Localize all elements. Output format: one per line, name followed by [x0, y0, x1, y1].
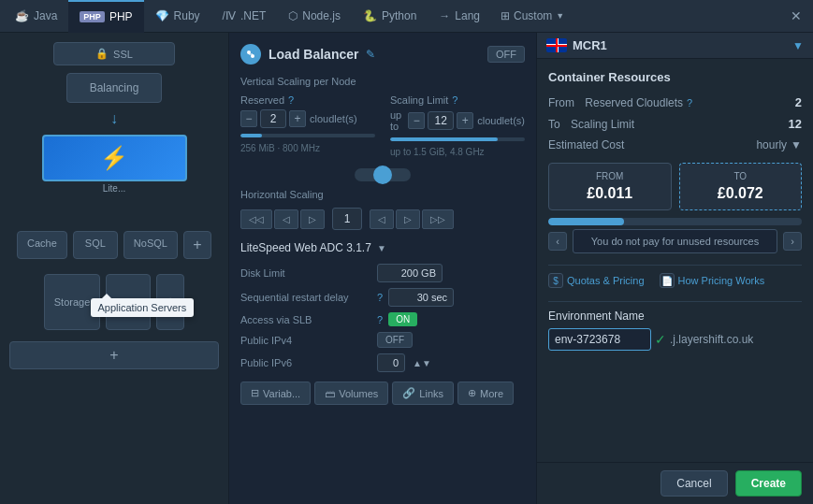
price-free-text: You do not pay for unused resources — [573, 229, 777, 253]
nodejs-icon: ⬡ — [288, 9, 298, 22]
from-price-value: £0.011 — [557, 185, 663, 202]
reserved-increment[interactable]: + — [289, 110, 306, 127]
links-row: $ Quotas & Pricing 📄 How Pricing Works — [548, 273, 802, 288]
ssl-button[interactable]: 🔒 SSL — [53, 42, 175, 65]
container-resources-title: Container Resources — [548, 70, 802, 84]
horiz-left-buttons: ◁◁ ◁ ▷ — [240, 209, 325, 229]
balancing-box[interactable]: Balancing — [66, 73, 163, 103]
price-cards: FROM £0.011 TO £0.072 — [548, 163, 802, 210]
scaling-limit-value[interactable]: 12 — [428, 111, 454, 130]
scaling-limit-unit: cloudlet(s) — [477, 115, 525, 126]
horiz-btn-5[interactable]: ▷ — [396, 209, 420, 229]
horiz-btn-6[interactable]: ▷▷ — [422, 209, 454, 229]
tab-python[interactable]: 🐍 Python — [352, 0, 428, 33]
scaling-slider-row — [240, 168, 525, 181]
nodes-row: Cache SQL NoSQL + — [9, 231, 219, 259]
app-server-sublabel: Lite... — [42, 183, 187, 194]
from-price-card: FROM £0.011 — [548, 163, 672, 210]
reserved-mem-range: 256 MiB · 800 MHz — [240, 143, 375, 153]
java-icon: ☕ — [15, 9, 29, 22]
reserved-cloudlets-label: From Reserved Cloudlets ? — [548, 96, 692, 109]
horiz-btn-3[interactable]: ▷ — [300, 209, 325, 229]
reserved-info-icon[interactable]: ? — [288, 94, 294, 106]
cache-node-btn[interactable]: Cache — [17, 231, 67, 259]
volumes-button[interactable]: 🗃 Volumes — [314, 382, 388, 405]
tab-java[interactable]: ☕ Java — [4, 0, 68, 33]
disk-limit-value: 200 GB — [377, 264, 443, 282]
env-name-input[interactable] — [548, 328, 651, 351]
scaling-mem-range: up to 1.5 GiB, 4.8 GHz — [390, 147, 525, 157]
variables-button[interactable]: ⊟ Variab... — [240, 382, 311, 405]
access-slb-toggle[interactable]: ON — [388, 312, 417, 326]
nosql-node-btn[interactable]: NoSQL — [123, 231, 178, 259]
access-slb-info-icon[interactable]: ? — [377, 314, 383, 325]
uk-flag-icon — [546, 38, 567, 52]
pricing-icon: 📄 — [660, 273, 675, 288]
quotas-link[interactable]: $ Quotas & Pricing — [548, 273, 645, 288]
horiz-btn-4[interactable]: ◁ — [370, 209, 394, 229]
public-ipv6-label: Public IPv6 — [240, 357, 371, 368]
create-button[interactable]: Create — [735, 470, 802, 497]
tab-php[interactable]: PHP PHP — [68, 0, 143, 33]
app-server-box[interactable]: ⚡ — [42, 135, 187, 181]
pricing-works-link[interactable]: 📄 How Pricing Works — [660, 273, 765, 288]
scaling-decrement[interactable]: − — [408, 112, 425, 129]
cancel-button[interactable]: Cancel — [661, 470, 727, 497]
region-dropdown-icon[interactable]: ▼ — [792, 39, 804, 52]
right-content: Container Resources From Reserved Cloudl… — [537, 59, 813, 462]
right-scaling-limit-label: To Scaling Limit — [548, 118, 634, 131]
links-button[interactable]: 🔗 Links — [392, 382, 454, 405]
region-bar: MCR1 ▼ — [537, 33, 813, 59]
public-ipv4-row: Public IPv4 OFF — [240, 332, 525, 348]
estimated-cost-row: Estimated Cost hourly ▼ — [548, 138, 802, 151]
lb-title: Load Balancer — [269, 47, 358, 62]
tab-nodejs[interactable]: ⬡ Node.js — [277, 0, 352, 33]
engine-dropdown-icon[interactable]: ▼ — [377, 243, 386, 253]
slider-thumb — [373, 166, 392, 184]
ruby-icon: 💎 — [155, 9, 169, 22]
to-price-value: £0.072 — [688, 185, 794, 202]
close-button[interactable]: ✕ — [783, 8, 809, 23]
horiz-btn-2[interactable]: ◁ — [274, 209, 298, 229]
scaling-limit-info-icon[interactable]: ? — [452, 94, 457, 106]
access-slb-label: Access via SLB — [240, 314, 371, 325]
cost-period-selector[interactable]: hourly ▼ — [756, 138, 802, 151]
more-button[interactable]: ⊕ More — [457, 382, 514, 405]
public-ipv4-label: Public IPv4 — [240, 335, 371, 346]
tab-ruby[interactable]: 💎 Ruby — [144, 0, 211, 33]
tab-custom[interactable]: ⊞ Custom ▼ — [491, 0, 573, 33]
restart-delay-value: 30 sec — [388, 288, 454, 307]
bottom-action-buttons: ⊟ Variab... 🗃 Volumes 🔗 Links ⊕ More — [240, 382, 525, 405]
horiz-btn-1[interactable]: ◁◁ — [240, 209, 272, 229]
price-prev-button[interactable]: ‹ — [548, 232, 567, 251]
tab-bar: ☕ Java PHP PHP 💎 Ruby /Ⅳ .NET ⬡ Node.js … — [0, 0, 813, 33]
add-node-button[interactable]: + — [183, 231, 211, 259]
reserved-decrement[interactable]: − — [240, 110, 257, 127]
price-next-button[interactable]: › — [783, 232, 802, 251]
scaling-increment[interactable]: + — [457, 112, 473, 129]
quotas-icon: $ — [548, 273, 563, 288]
horizontal-scaling-label: Horizontal Scaling — [240, 189, 525, 200]
middle-panel: Load Balancer ✎ OFF Vertical Scaling per… — [229, 33, 537, 504]
tab-net[interactable]: /Ⅳ .NET — [211, 0, 278, 33]
python-icon: 🐍 — [363, 9, 377, 22]
public-ipv4-toggle[interactable]: OFF — [377, 332, 413, 348]
edit-icon[interactable]: ✎ — [366, 48, 375, 61]
scaling-slider[interactable] — [355, 168, 411, 181]
scaling-inputs-row: Reserved ? − 2 + cloudlet(s) 256 MiB · 8… — [240, 94, 525, 157]
reserved-cloudlets-row: From Reserved Cloudlets ? 2 — [548, 95, 802, 109]
horiz-count: 1 — [332, 208, 362, 230]
add-more-button[interactable]: + — [9, 341, 219, 369]
divider-2 — [548, 301, 802, 302]
price-slider-container: ‹ You do not pay for unused resources › — [548, 218, 802, 253]
access-slb-row: Access via SLB ? ON — [240, 312, 525, 326]
lang-icon: → — [439, 9, 450, 22]
public-ipv6-row: Public IPv6 0 ▲▼ — [240, 353, 525, 372]
reserved-cloudlets-info-icon[interactable]: ? — [687, 97, 692, 108]
divider-1 — [548, 265, 802, 266]
reserved-value[interactable]: 2 — [260, 109, 286, 128]
scaling-limit-input: up to − 12 + cloudlet(s) — [390, 109, 525, 132]
restart-delay-info-icon[interactable]: ? — [377, 292, 383, 303]
sql-node-btn[interactable]: SQL — [73, 231, 118, 259]
tab-lang[interactable]: → Lang — [428, 0, 491, 33]
